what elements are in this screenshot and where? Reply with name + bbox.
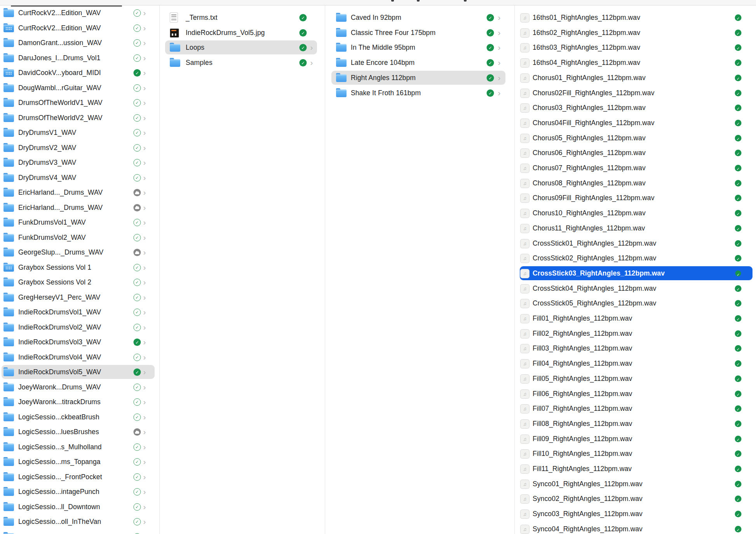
file-row[interactable]: _Terms.txt [160,10,325,25]
folder-row[interactable]: Right Angles 112bpm› [325,70,514,86]
folder-row[interactable]: › [0,529,159,534]
file-row[interactable]: Fill02_RightAngles_112bpm.wav [515,326,756,341]
folder-row[interactable]: DamonGrant...ussion_WAV› [0,35,159,51]
folder-row[interactable]: FunkDrumsVol2_WAV› [0,230,159,245]
folder-row[interactable]: Shake It Froth 161bpm› [325,86,514,101]
folder-row[interactable]: Loops› [160,40,325,55]
column-divider[interactable] [325,5,325,534]
file-row[interactable]: Synco01_RightAngles_112bpm.wav [515,476,756,492]
folder-row[interactable]: DryDrumsV2_WAV› [0,140,159,155]
file-row[interactable]: Chorus01_RightAngles_112bpm.wav [515,70,756,86]
file-row[interactable]: Chorus06_RightAngles_112bpm.wav [515,145,756,161]
file-row[interactable]: Fill08_RightAngles_112bpm.wav [515,416,756,431]
folder-row[interactable]: LogicSessio...intagePunch› [0,484,159,499]
file-row[interactable]: Fill05_RightAngles_112bpm.wav [515,371,756,386]
file-row[interactable]: Chorus03_RightAngles_112bpm.wav [515,100,756,115]
file-row[interactable]: Chorus08_RightAngles_112bpm.wav [515,176,756,191]
folder-row[interactable]: Samples› [160,55,325,70]
file-row[interactable]: Fill07_RightAngles_112bpm.wav [515,401,756,416]
item-label: Chorus08_RightAngles_112bpm.wav [533,176,646,191]
column-folder-contents-1[interactable]: _Terms.txtIndieRockDrums_Vol5.jpgLoops›S… [160,5,325,534]
folder-row[interactable]: DryDrumsV4_WAV› [0,170,159,185]
column-sample-libraries[interactable]: CurtRockV2...Edition_WAV›CurtRockV2...Ed… [0,5,159,534]
folder-row[interactable]: Late Encore 104bpm› [325,55,514,70]
folder-row[interactable]: LogicSessio...oll_InTheVan› [0,514,159,529]
folder-row[interactable]: DrumsOfTheWorldV1_WAV› [0,95,159,110]
folder-row[interactable]: DaruJones_I...Drums_Vol1› [0,51,159,66]
folder-row[interactable]: DryDrumsV1_WAV› [0,125,159,140]
folder-row[interactable]: LogicSessio...luesBrushes› [0,424,159,440]
audio-file-icon [520,164,530,173]
folder-row[interactable]: Graybox Sessions Vol 2› [0,275,159,290]
file-row[interactable]: 16ths03_RightAngles_112bpm.wav [515,40,756,55]
folder-row[interactable]: CurtRockV2...Edition_WAV› [0,5,159,21]
file-row[interactable]: 16ths02_RightAngles_112bpm.wav [515,25,756,40]
file-row[interactable]: Fill11_RightAngles_112bpm.wav [515,461,756,476]
item-label: JoeyWaronk...Drums_WAV [18,380,101,395]
folder-row[interactable]: LogicSessio...s_Mulholland› [0,440,159,455]
column-folder-contents-3[interactable]: 16ths01_RightAngles_112bpm.wav16ths02_Ri… [515,5,756,534]
file-row[interactable]: Fill10_RightAngles_112bpm.wav [515,446,756,461]
folder-row[interactable]: Classic Three Four 175bpm› [325,25,514,40]
folder-row[interactable]: DougWambl...rGuitar_WAV› [0,80,159,96]
folder-row[interactable]: DavidCookV...yboard_MIDI› [0,65,159,80]
sync-check-outline-icon [134,144,141,152]
file-row[interactable]: CrossStick03_RightAngles_112bpm.wav [515,266,756,281]
file-row[interactable]: Fill09_RightAngles_112bpm.wav [515,431,756,447]
folder-row[interactable]: GregHerseyV1_Perc_WAV› [0,290,159,305]
file-row[interactable]: Chorus04Fill_RightAngles_112bpm.wav [515,115,756,131]
file-row[interactable]: 16ths04_RightAngles_112bpm.wav [515,55,756,70]
folder-row[interactable]: CurtRockV2...Edition_WAV› [0,21,159,36]
file-row[interactable]: Fill06_RightAngles_112bpm.wav [515,386,756,401]
folder-row[interactable]: JoeyWaronk...Drums_WAV› [0,380,159,395]
file-row[interactable]: Chorus11_RightAngles_112bpm.wav [515,221,756,236]
file-row[interactable]: Synco03_RightAngles_112bpm.wav [515,506,756,522]
file-row[interactable]: Chorus10_RightAngles_112bpm.wav [515,206,756,221]
folder-icon [3,39,14,47]
chevron-right-icon: › [143,275,146,290]
item-label: FunkDrumsVol1_WAV [18,215,86,230]
folder-row[interactable]: IndieRockDrumsVol5_WAV› [0,365,159,380]
file-row[interactable]: CrossStick04_RightAngles_112bpm.wav [515,281,756,296]
folder-row[interactable]: IndieRockDrumsVol4_WAV› [0,350,159,365]
file-row[interactable]: IndieRockDrums_Vol5.jpg [160,25,325,40]
file-row[interactable]: Chorus02Fill_RightAngles_112bpm.wav [515,86,756,101]
folder-row[interactable]: FunkDrumsVol1_WAV› [0,215,159,230]
file-row[interactable]: Chorus07_RightAngles_112bpm.wav [515,161,756,176]
file-row[interactable]: Synco04_RightAngles_112bpm.wav [515,522,756,534]
chevron-right-icon: › [143,245,146,260]
folder-row[interactable]: LogicSessio..._FrontPocket› [0,469,159,485]
file-row[interactable]: Fill04_RightAngles_112bpm.wav [515,356,756,371]
item-label: LogicSessio...luesBrushes [18,424,99,440]
chevron-right-icon: › [143,125,146,140]
folder-row[interactable]: In The Middle 95bpm› [325,40,514,55]
folder-row[interactable]: Caved In 92bpm› [325,10,514,25]
folder-row[interactable]: EricHarland..._Drums_WAV› [0,185,159,200]
folder-row[interactable]: JoeyWaronk...titrackDrums› [0,394,159,410]
file-row[interactable]: CrossStick02_RightAngles_112bpm.wav [515,251,756,266]
folder-row[interactable]: IndieRockDrumsVol3_WAV› [0,335,159,350]
file-row[interactable]: Chorus09Fill_RightAngles_112bpm.wav [515,190,756,206]
folder-row[interactable]: DrumsOfTheWorldV2_WAV› [0,110,159,126]
column-folder-contents-2[interactable]: Caved In 92bpm›Classic Three Four 175bpm… [325,5,514,534]
file-row[interactable]: Fill01_RightAngles_112bpm.wav [515,311,756,326]
folder-row[interactable]: IndieRockDrumsVol1_WAV› [0,305,159,320]
item-label: Fill04_RightAngles_112bpm.wav [533,356,632,371]
folder-row[interactable]: LogicSessio...ms_Topanga› [0,454,159,469]
cloud-online-only-icon [134,428,141,436]
folder-row[interactable]: LogicSessio...ckbeatBrush› [0,410,159,425]
file-row[interactable]: 16ths01_RightAngles_112bpm.wav [515,10,756,25]
file-row[interactable]: CrossStick05_RightAngles_112bpm.wav [515,296,756,311]
folder-row[interactable]: EricHarland..._Drums_WAV› [0,200,159,215]
file-row[interactable]: Synco02_RightAngles_112bpm.wav [515,491,756,506]
folder-row[interactable]: Graybox Sessions Vol 1› [0,260,159,275]
file-row[interactable]: CrossStick01_RightAngles_112bpm.wav [515,236,756,251]
folder-row[interactable]: LogicSessio...ll_Downtown› [0,499,159,515]
column-divider[interactable] [159,5,160,534]
column-divider[interactable] [514,5,515,534]
file-row[interactable]: Chorus05_RightAngles_112bpm.wav [515,131,756,146]
file-row[interactable]: Fill03_RightAngles_112bpm.wav [515,341,756,356]
folder-row[interactable]: GeorgeSlup..._Drums_WAV› [0,245,159,260]
folder-row[interactable]: DryDrumsV3_WAV› [0,155,159,170]
folder-row[interactable]: IndieRockDrumsVol2_WAV› [0,320,159,335]
